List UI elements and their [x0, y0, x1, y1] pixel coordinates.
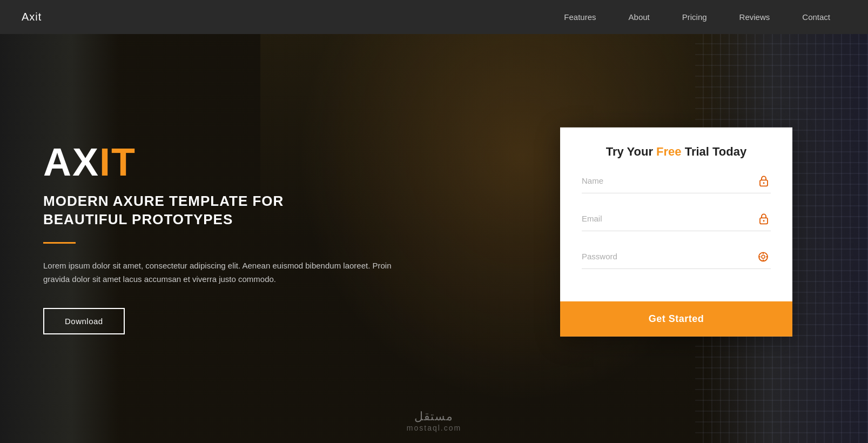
nav-link-contact[interactable]: Contact [786, 0, 846, 34]
email-lock-icon [759, 213, 769, 227]
name-lock-icon [759, 175, 769, 190]
svg-point-5 [762, 255, 765, 258]
nav-item-reviews[interactable]: Reviews [723, 0, 786, 34]
nav-link-features[interactable]: Features [548, 0, 612, 34]
reg-title-suffix: Trial Today [682, 145, 747, 158]
tagline-line2: BEAUTIFUL PROTOTYPES [43, 211, 233, 227]
svg-point-3 [763, 220, 765, 222]
navbar: Axit Features About Pricing Reviews Cont… [0, 0, 868, 34]
watermark-arabic: مستقل [407, 410, 461, 424]
hero-section: AXIT MODERN AXURE TEMPLATE FOR BEAUTIFUL… [0, 0, 868, 443]
nav-menu: Features About Pricing Reviews Contact [548, 0, 846, 34]
hero-content: AXIT MODERN AXURE TEMPLATE FOR BEAUTIFUL… [0, 109, 432, 334]
watermark: مستقل mostaql.com [407, 410, 461, 432]
reg-card-header: Try Your Free Trial Today [560, 127, 792, 172]
nav-link-pricing[interactable]: Pricing [666, 0, 723, 34]
logo-ax: AX [43, 140, 99, 184]
reg-title-prefix: Try Your [606, 145, 656, 158]
nav-item-pricing[interactable]: Pricing [666, 0, 723, 34]
email-field-wrapper [582, 210, 771, 231]
email-input[interactable] [582, 210, 771, 225]
hero-divider [43, 242, 76, 244]
nav-link-reviews[interactable]: Reviews [723, 0, 786, 34]
name-input[interactable] [582, 172, 771, 187]
reg-title-free: Free [656, 145, 681, 158]
hero-description: Lorem ipsum dolor sit amet, consectetur … [43, 259, 400, 286]
reg-card-body [560, 172, 792, 296]
registration-card: Try Your Free Trial Today [560, 127, 792, 337]
nav-item-contact[interactable]: Contact [786, 0, 846, 34]
nav-item-about[interactable]: About [613, 0, 666, 34]
tagline-line1: MODERN AXURE TEMPLATE FOR [43, 193, 284, 209]
name-field-wrapper [582, 172, 771, 193]
brand-logo[interactable]: Axit [22, 11, 42, 23]
password-field-wrapper [582, 247, 771, 269]
password-icon [758, 251, 769, 265]
get-started-button[interactable]: Get Started [560, 301, 792, 337]
password-input[interactable] [582, 247, 771, 263]
watermark-url: mostaql.com [407, 424, 461, 432]
logo-it: IT [99, 140, 136, 184]
nav-link-about[interactable]: About [613, 0, 666, 34]
nav-item-features[interactable]: Features [548, 0, 612, 34]
hero-logo: AXIT [43, 143, 432, 182]
hero-tagline: MODERN AXURE TEMPLATE FOR BEAUTIFUL PROT… [43, 192, 432, 229]
svg-point-1 [763, 182, 765, 184]
download-button[interactable]: Download [43, 308, 125, 334]
